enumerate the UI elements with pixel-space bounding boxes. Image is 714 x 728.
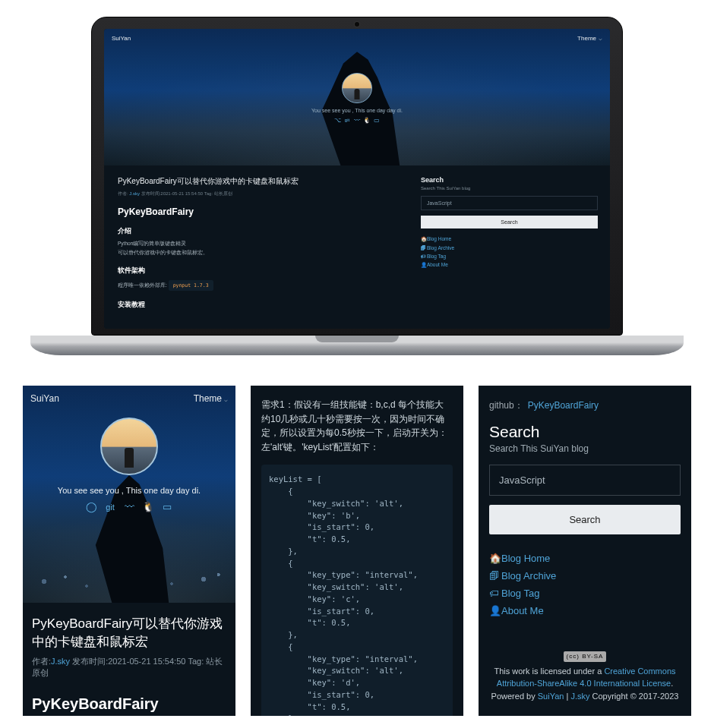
archive-icon: 🗐 bbox=[489, 570, 501, 581]
deps-line: 程序唯一依赖外部库: pynput 1.7.3 bbox=[118, 280, 401, 291]
author-link[interactable]: J.sky bbox=[129, 191, 140, 196]
home-icon: 🏠 bbox=[489, 553, 501, 564]
sidebar-preview: github：PyKeyBoardFairy Search Search Thi… bbox=[479, 386, 691, 716]
book-icon[interactable]: ▭ bbox=[162, 501, 173, 512]
code-preview: 需求1：假设有一组技能键：b,c,d 每个技能大约10几秒或几十秒需要按一次，因… bbox=[251, 386, 463, 716]
github-link[interactable]: PyKeyBoardFairy bbox=[528, 400, 599, 411]
code-block[interactable]: keyList = [ { "key_switch": 'alt', "key"… bbox=[261, 465, 453, 716]
brand[interactable]: SuiYan bbox=[30, 393, 59, 404]
tag-icon: 🏷 bbox=[489, 588, 501, 599]
tag-icon: 🏷 bbox=[421, 254, 427, 259]
deps-badge: pynput 1.7.3 bbox=[169, 280, 213, 291]
nav-home[interactable]: 🏠Blog Home bbox=[489, 553, 681, 564]
cc-badge[interactable]: (cc) BY-SA bbox=[564, 651, 607, 662]
mobile-preview: SuiYan Theme You see see you , This one … bbox=[23, 386, 235, 716]
book-icon[interactable]: ▭ bbox=[374, 117, 380, 123]
laptop-mockup: SuiYan Theme You see see you , This one … bbox=[91, 17, 623, 355]
brand[interactable]: SuiYan bbox=[112, 35, 131, 42]
article-meta: 作者: J.sky 发布时间:2021-05-21 15:54:50 Tag: … bbox=[118, 191, 401, 197]
code-desc: 需求1：假设有一组技能键：b,c,d 每个技能大约10几秒或几十秒需要按一次，因… bbox=[261, 398, 453, 454]
git-text[interactable]: git bbox=[105, 501, 116, 512]
article-main: PyKeyBoardFairy可以替代你游戏中的卡键盘和鼠标宏 作者: J.sk… bbox=[118, 176, 401, 329]
h1: PyKeyBoardFairy bbox=[118, 206, 401, 217]
author-link[interactable]: J.sky bbox=[51, 657, 70, 666]
theme-dropdown[interactable]: Theme bbox=[577, 35, 602, 42]
laptop-frame: SuiYan Theme You see see you , This one … bbox=[91, 17, 623, 336]
nav-about[interactable]: 👤About Me bbox=[421, 262, 598, 268]
search-title: Search bbox=[489, 423, 681, 441]
intro-p1: Python编写的简单版键盘精灵 bbox=[118, 241, 401, 247]
weibo-icon[interactable]: 〰 bbox=[354, 117, 360, 123]
qq-icon[interactable]: 🐧 bbox=[143, 501, 154, 512]
nav-home[interactable]: 🏠Blog Home bbox=[421, 236, 598, 242]
intro-heading: 介绍 bbox=[118, 226, 401, 236]
jsky-link[interactable]: J.sky bbox=[570, 692, 589, 701]
search-sub: Search This SuiYan blog bbox=[489, 443, 681, 454]
h1: PyKeyBoardFairy bbox=[32, 695, 226, 713]
intro-p2: 可以替代你游戏中的卡键盘和鼠标宏。 bbox=[118, 250, 401, 257]
search-title: Search bbox=[421, 176, 598, 184]
github-line: github：PyKeyBoardFairy bbox=[489, 399, 681, 412]
screen: SuiYan Theme You see see you , This one … bbox=[104, 29, 610, 329]
sidebar: Search Search This SuiYan blog JavaScrip… bbox=[421, 176, 598, 329]
search-input[interactable]: JavaScript bbox=[489, 465, 681, 496]
tagline: You see see you , This one day day di. bbox=[58, 486, 201, 495]
search-button[interactable]: Search bbox=[421, 216, 598, 228]
article-title: PyKeyBoardFairy可以替代你游戏中的卡键盘和鼠标宏 bbox=[118, 176, 401, 187]
topbar: SuiYan Theme bbox=[112, 35, 602, 42]
avatar[interactable] bbox=[100, 418, 158, 475]
search-button[interactable]: Search bbox=[489, 505, 681, 534]
nav-archive[interactable]: 🗐Blog Archive bbox=[489, 570, 681, 581]
search-input[interactable]: JavaScript bbox=[421, 196, 598, 210]
github-icon[interactable]: ◯ bbox=[86, 501, 97, 512]
arch-heading: 软件架构 bbox=[118, 266, 401, 276]
github-icon[interactable]: ⌥ bbox=[334, 117, 340, 123]
laptop-base bbox=[30, 336, 684, 355]
search-sub: Search This SuiYan blog bbox=[421, 186, 598, 191]
hero: You see see you , This one day day di. ⌥… bbox=[104, 29, 610, 165]
user-icon: 👤 bbox=[421, 262, 427, 268]
nav-tag[interactable]: 🏷Blog Tag bbox=[421, 254, 598, 259]
avatar[interactable] bbox=[342, 73, 372, 103]
git-text[interactable]: git bbox=[344, 117, 350, 123]
weibo-icon[interactable]: 〰 bbox=[124, 501, 135, 512]
qq-icon[interactable]: 🐧 bbox=[364, 117, 370, 123]
nav-archive[interactable]: 🗐Blog Archive bbox=[421, 245, 598, 251]
social-row: ⌥ git 〰 🐧 ▭ bbox=[334, 117, 380, 123]
suiyan-link[interactable]: SuiYan bbox=[538, 692, 564, 701]
side-nav: 🏠Blog Home 🗐Blog Archive 🏷Blog Tag 👤Abou… bbox=[421, 236, 598, 268]
archive-icon: 🗐 bbox=[421, 245, 427, 251]
user-icon: 👤 bbox=[489, 605, 501, 616]
theme-dropdown[interactable]: Theme bbox=[194, 393, 228, 404]
nav-about[interactable]: 👤About Me bbox=[489, 605, 681, 616]
install-heading: 安装教程 bbox=[118, 300, 401, 310]
nav-tag[interactable]: 🏷Blog Tag bbox=[489, 588, 681, 599]
home-icon: 🏠 bbox=[421, 236, 427, 242]
footer: (cc) BY-SA This work is licensed under a… bbox=[489, 635, 681, 703]
article-title: PyKeyBoardFairy可以替代你游戏中的卡键盘和鼠标宏 bbox=[32, 615, 226, 651]
tagline: You see see you , This one day day di. bbox=[311, 108, 403, 113]
